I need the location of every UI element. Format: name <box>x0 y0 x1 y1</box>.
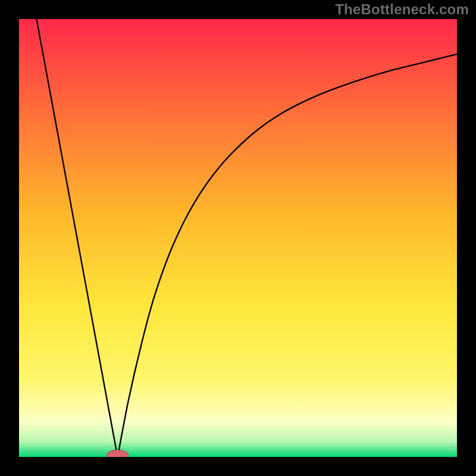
gradient-background <box>19 19 457 457</box>
watermark-text: TheBottleneck.com <box>335 1 469 18</box>
plot-area <box>19 19 457 457</box>
chart-svg <box>19 19 457 457</box>
chart-frame: TheBottleneck.com <box>0 0 476 476</box>
